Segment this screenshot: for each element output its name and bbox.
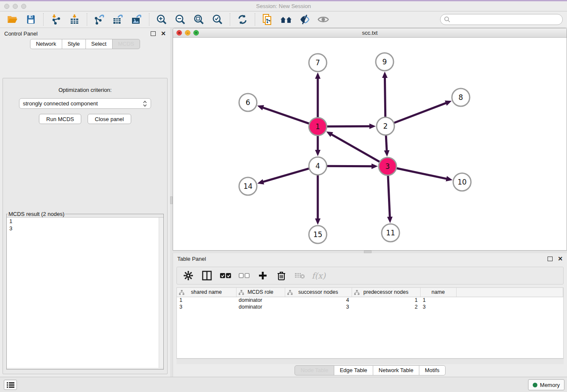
search-icon	[444, 16, 451, 23]
graph-edge-2-8[interactable]	[394, 103, 447, 123]
zoom-fit-button[interactable]	[192, 13, 206, 26]
tab-motifs[interactable]: Motifs	[419, 365, 446, 375]
close-panel-button[interactable]: ✕	[161, 30, 166, 37]
cell-name[interactable]: 3	[420, 304, 456, 310]
edge-arrowhead	[257, 179, 264, 184]
table-row[interactable]: 3dominator323	[177, 304, 563, 310]
column-header-name[interactable]: name	[420, 288, 456, 297]
copy-network-button[interactable]	[260, 13, 275, 26]
graph-edge-1-2[interactable]	[327, 126, 370, 127]
cell-mcds_role[interactable]: dominator	[236, 304, 285, 310]
search-input[interactable]	[451, 15, 562, 24]
graph-edge-2-9[interactable]	[385, 77, 385, 117]
column-header-predecessor-nodes[interactable]: predecessor nodes	[352, 288, 420, 297]
graph-edge-3-1[interactable]	[331, 134, 380, 162]
close-table-panel-button[interactable]: ✕	[558, 255, 563, 262]
graph-edge-3-10[interactable]	[396, 168, 447, 179]
mcds-result-title: MCDS result (2 nodes)	[8, 211, 65, 217]
cell-successor[interactable]: 3	[285, 304, 352, 310]
refresh-button[interactable]	[235, 13, 250, 26]
eye-button[interactable]	[316, 13, 330, 26]
node-label-14: 14	[243, 182, 253, 190]
save-button[interactable]	[24, 13, 38, 26]
import-network-button[interactable]	[49, 13, 63, 26]
edge-arrowhead	[446, 176, 452, 182]
graph-edge-4-14[interactable]	[263, 168, 309, 182]
criterion-dropdown[interactable]: strongly connected component	[19, 98, 151, 109]
delete-column-button[interactable]	[276, 270, 287, 281]
result-scrollbar[interactable]	[159, 218, 163, 368]
graph-edge-2-3[interactable]	[386, 135, 387, 151]
control-panel-tabs: NetworkStyleSelectMCDS	[0, 39, 170, 49]
cell-mcds_role[interactable]: dominator	[236, 297, 285, 304]
zoom-in-button[interactable]	[154, 13, 169, 26]
add-column-button[interactable]	[257, 270, 268, 281]
tab-edge-table[interactable]: Edge Table	[334, 365, 373, 375]
toggle-visibility-button[interactable]	[297, 13, 312, 26]
cell-name[interactable]: 1	[420, 297, 456, 304]
run-mcds-button[interactable]: Run MCDS	[39, 114, 81, 124]
export-image-button[interactable]	[129, 13, 144, 26]
tab-select[interactable]: Select	[85, 39, 113, 49]
mcds-tab-content: Optimization criterion: strongly connect…	[3, 78, 168, 374]
horizontal-splitter[interactable]	[173, 251, 567, 253]
delete-table-button	[295, 270, 306, 281]
column-header-successor-nodes[interactable]: successor nodes	[285, 288, 352, 297]
cell-shared_name[interactable]: 3	[177, 304, 236, 310]
table-scroll-strip[interactable]	[176, 359, 564, 364]
tab-network[interactable]: Network	[30, 39, 62, 49]
network-canvas[interactable]: 1234678910111415	[173, 38, 567, 250]
main-toolbar	[0, 11, 567, 28]
import-network-icon	[50, 14, 61, 25]
graph-edge-3-11[interactable]	[388, 175, 390, 218]
delete-table-icon	[295, 272, 306, 279]
cell-predecessor[interactable]: 1	[352, 297, 420, 304]
hierarchy-icon	[179, 290, 184, 295]
column-header-shared-name[interactable]: shared name	[177, 288, 236, 297]
memory-label: Memory	[540, 382, 560, 388]
close-panel-button-inline[interactable]: Close panel	[88, 114, 131, 124]
tab-network-table[interactable]: Network Table	[373, 365, 419, 375]
table-row[interactable]: 1dominator411	[177, 297, 563, 304]
tab-mcds[interactable]: MCDS	[112, 39, 140, 49]
application-window: Session: New Session	[0, 0, 567, 392]
open-folder-button[interactable]	[5, 13, 19, 26]
node-label-8: 8	[459, 93, 463, 102]
float-panel-button[interactable]	[151, 31, 156, 36]
unchecked-boxes-icon	[239, 273, 250, 279]
node-label-4: 4	[316, 162, 320, 170]
zoom-selected-button[interactable]	[210, 13, 225, 26]
settings-gear-button[interactable]	[183, 270, 194, 281]
cell-predecessor[interactable]: 2	[352, 304, 420, 310]
control-panel: Control Panel ✕ NetworkStyleSelectMCDS O…	[0, 28, 170, 377]
table-tabs: Node TableEdge TableNetwork TableMotifs	[295, 365, 445, 375]
checked-boxes-button[interactable]	[220, 270, 231, 281]
mcds-result-list[interactable]: 13	[7, 217, 163, 368]
houses-button[interactable]	[279, 13, 293, 26]
node-label-11: 11	[386, 229, 395, 237]
cell-successor[interactable]: 4	[285, 297, 352, 304]
edge-arrowhead	[372, 163, 378, 169]
tab-style[interactable]: Style	[62, 39, 86, 49]
float-table-panel-button[interactable]	[548, 257, 553, 261]
node-label-1: 1	[316, 122, 320, 131]
task-history-button[interactable]	[4, 380, 17, 390]
export-network-button[interactable]	[92, 13, 107, 26]
unchecked-boxes-button[interactable]	[239, 270, 250, 281]
cell-shared_name[interactable]: 1	[177, 297, 236, 304]
gear-icon	[184, 271, 193, 280]
graph-edge-4-3[interactable]	[327, 166, 372, 166]
edge-arrowhead	[384, 150, 390, 157]
export-table-button[interactable]	[111, 13, 125, 26]
trash-icon	[277, 271, 286, 281]
graph-edge-1-6[interactable]	[262, 108, 309, 124]
splitter-grip[interactable]	[364, 251, 372, 253]
zoom-out-button[interactable]	[173, 13, 187, 26]
checked-boxes-icon	[220, 273, 231, 279]
column-header-MCDS-role[interactable]: MCDS role	[236, 288, 285, 297]
memory-button[interactable]: Memory	[528, 379, 564, 390]
import-table-button[interactable]	[67, 13, 82, 26]
save-icon	[26, 14, 36, 25]
split-columns-button[interactable]	[201, 270, 212, 281]
tab-node-table[interactable]: Node Table	[295, 365, 334, 375]
